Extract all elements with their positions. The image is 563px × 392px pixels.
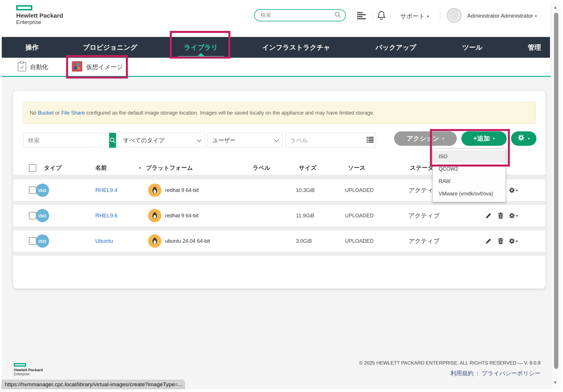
caret-down-icon: ▾ [528, 137, 530, 141]
bucket-link[interactable]: Bucket [38, 110, 54, 116]
caret-down-icon: ▾ [535, 14, 537, 18]
nav-tab-admin[interactable]: 管理 [528, 37, 541, 58]
subnav-item-automation[interactable]: 自動化 [18, 58, 48, 76]
nav-tab-tools[interactable]: ツール [462, 37, 482, 58]
file-share-link[interactable]: File Share [61, 110, 85, 116]
delete-icon[interactable] [498, 230, 504, 252]
main-nav: 操作 プロビジョニング ライブラリ インフラストラクチャ バックアップ ツール … [2, 37, 550, 58]
virtual-images-card: No Bucket or File Share configured as th… [13, 91, 546, 289]
label-filter[interactable] [285, 133, 376, 148]
image-name-link[interactable]: Ubuntu [95, 230, 113, 252]
caret-down-icon: ▾ [516, 239, 518, 243]
terms-link[interactable]: 利用規約 [450, 369, 473, 377]
select-all-checkbox[interactable] [29, 161, 36, 175]
delete-icon[interactable] [498, 205, 504, 226]
footer-hpe-logo: Hewlett Packard Enterprise [14, 363, 43, 376]
size-value: 10.3GiB [296, 180, 315, 201]
platform-text: ubuntu 24.04 64-bit [165, 230, 210, 252]
banner-text-prefix: No [30, 110, 38, 116]
user-filter-select[interactable]: ユーザー [207, 133, 282, 148]
header-divider [372, 12, 373, 20]
row-settings-button[interactable]: ▾ [509, 230, 518, 252]
user-name: Administrator Administrator [467, 13, 533, 19]
table-search [23, 133, 116, 148]
virtual-images-icon [72, 61, 82, 73]
label-filter-input[interactable] [290, 137, 367, 144]
nav-tab-operations[interactable]: 操作 [25, 37, 39, 58]
sort-caret-icon: ▾ [139, 161, 141, 175]
row-checkbox[interactable] [29, 180, 36, 201]
search-icon [334, 11, 341, 19]
privacy-link[interactable]: プライバシーポリシー [482, 369, 540, 377]
source-value: UPLOADED [345, 230, 374, 252]
footer-logo-line1: Hewlett Packard [14, 368, 43, 372]
col-header-size[interactable]: サイズ [299, 161, 316, 175]
hpe-logo-mark [14, 363, 26, 367]
table-row-rhel96[interactable]: ISO RHEL9.6 redhat 9 64-bit 11.9GiB UPLO… [13, 205, 546, 226]
size-value: 3.0GiB [296, 230, 312, 252]
banner-text-suffix: configured as the default image storage … [85, 110, 374, 116]
size-value: 11.9GiB [296, 205, 314, 226]
row-settings-button[interactable]: ▾ [509, 180, 518, 201]
support-menu[interactable]: サポート ▾ [400, 12, 429, 20]
col-header-platform[interactable]: プラットフォーム [146, 161, 193, 175]
edit-icon[interactable] [486, 205, 491, 226]
footer-links: 利用規約 | プライバシーポリシー [450, 369, 540, 377]
platform-os-icon [148, 180, 161, 201]
platform-os-icon [148, 230, 161, 252]
platform-text: redhat 9 64-bit [165, 205, 199, 226]
gear-icon [518, 134, 525, 143]
add-button[interactable]: +追加 ▾ [461, 131, 507, 146]
scroll-up-icon[interactable]: ▲ [553, 5, 558, 10]
chevron-down-icon [274, 137, 279, 142]
type-filter-select[interactable]: すべてのタイプ [118, 133, 205, 148]
iso-type-badge: ISO [36, 230, 49, 252]
search-submit-button[interactable] [109, 133, 116, 148]
global-search-input[interactable] [260, 12, 334, 18]
row-settings-button[interactable]: ▾ [509, 205, 518, 226]
menu-item-vmware[interactable]: VMware (vmdk/ovf/ova) [433, 188, 506, 200]
image-name-link[interactable]: RHEL9.4 [95, 180, 118, 201]
actions-button-label: アクション [407, 134, 439, 143]
activity-list-icon[interactable] [357, 12, 366, 21]
table-settings-button[interactable]: ▾ [511, 131, 536, 146]
header-divider [440, 12, 440, 20]
hpe-logo-line1: Hewlett Packard [16, 12, 63, 19]
caret-down-icon: ▾ [442, 137, 444, 141]
global-search[interactable] [254, 9, 346, 21]
table-row-ubuntu[interactable]: ISO Ubuntu ubuntu 24.04 64-bit 3.0GiB UP… [13, 230, 546, 252]
col-header-name[interactable]: 名前 [95, 161, 107, 175]
scrollbar-thumb[interactable] [554, 13, 558, 369]
row-checkbox[interactable] [29, 205, 36, 226]
hpe-logo-line2: Enterprise [16, 19, 63, 25]
platform-os-icon [148, 205, 161, 226]
image-name-link[interactable]: RHEL9.6 [95, 205, 118, 226]
hpe-logo-mark [16, 5, 32, 10]
app-window: Hewlett Packard Enterprise サポート ▾ Admini… [0, 0, 563, 392]
scrollbar[interactable]: ▲ ▼ [551, 2, 561, 389]
nav-tab-infrastructure[interactable]: インフラストラクチャ [262, 37, 330, 58]
scroll-down-icon[interactable]: ▼ [553, 380, 558, 385]
notifications-bell-icon[interactable] [377, 10, 386, 21]
status-url-tooltip: https://hvmmanager.cpc.local/library/vir… [2, 380, 185, 389]
clipboard-icon [18, 61, 26, 73]
label-list-icon [367, 137, 374, 144]
user-menu[interactable]: Administrator Administrator ▾ [467, 13, 537, 19]
col-header-type[interactable]: タイプ [44, 161, 61, 175]
user-avatar[interactable] [447, 8, 461, 23]
subnav-item-virtual-images[interactable]: 仮想イメージ [72, 58, 123, 76]
nav-tab-backup[interactable]: バックアップ [375, 37, 416, 58]
table-search-input[interactable] [23, 133, 109, 148]
col-header-source[interactable]: ソース [348, 161, 366, 175]
caret-down-icon: ▾ [493, 137, 495, 141]
type-filter-value: すべてのタイプ [123, 137, 165, 144]
edit-icon[interactable] [486, 230, 491, 252]
col-header-label[interactable]: ラベル [253, 161, 270, 175]
banner-text-middle: or [54, 110, 61, 116]
footer-logo-line2: Enterprise [14, 372, 43, 376]
row-checkbox[interactable] [29, 230, 36, 252]
nav-tab-provisioning[interactable]: プロビジョニング [83, 37, 137, 58]
menu-item-iso[interactable]: ISO [433, 150, 506, 163]
menu-item-qcow2[interactable]: QCOW2 [433, 163, 506, 175]
menu-item-raw[interactable]: RAW [433, 175, 506, 188]
